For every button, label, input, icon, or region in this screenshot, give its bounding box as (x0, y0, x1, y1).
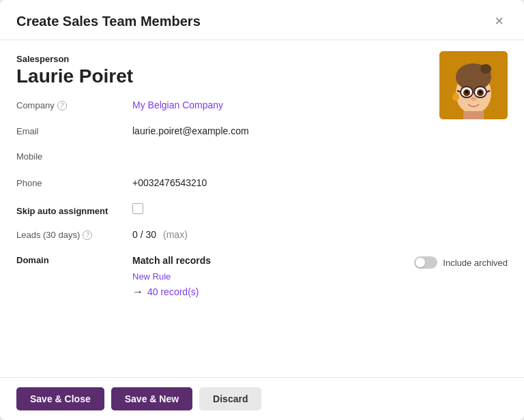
records-row: → 40 record(s) (132, 286, 387, 298)
toggle-knob (416, 258, 425, 267)
phone-row: Phone +0032476543210 (16, 177, 508, 196)
phone-label: Phone (16, 178, 132, 188)
salesperson-name: Laurie Poiret (16, 65, 508, 87)
skip-checkbox[interactable] (132, 203, 143, 214)
domain-match: Match all records (132, 255, 387, 266)
svg-point-14 (471, 97, 476, 101)
email-row: Email laurie.poiret@example.com (16, 125, 508, 145)
skip-row: Skip auto assignment (16, 203, 508, 222)
new-rule-link[interactable]: New Rule (132, 271, 171, 282)
domain-section: Domain Match all records New Rule → 40 r… (16, 255, 508, 298)
save-new-button[interactable]: Save & New (111, 387, 192, 410)
include-archived-container: Include archived (414, 256, 508, 269)
svg-rect-16 (463, 111, 484, 119)
svg-point-4 (480, 64, 491, 74)
leads-label: Leads (30 days) ? (16, 230, 132, 240)
salesperson-label: Salesperson (16, 54, 508, 64)
domain-label: Domain (16, 255, 132, 265)
mobile-label: Mobile (16, 151, 132, 162)
save-close-button[interactable]: Save & Close (16, 387, 104, 410)
modal-title: Create Sales Team Members (16, 14, 201, 29)
leads-help-icon[interactable]: ? (83, 230, 92, 240)
leads-row: Leads (30 days) ? 0 / 30 (max) (16, 229, 508, 248)
include-archived-label: Include archived (443, 258, 508, 268)
modal-header: Create Sales Team Members × (0, 0, 524, 40)
include-archived-toggle[interactable] (414, 256, 437, 269)
leads-max: (max) (163, 229, 188, 240)
avatar (439, 51, 508, 119)
discard-button[interactable]: Discard (199, 387, 261, 410)
modal-body: Salesperson Laurie Poiret Company ? My B… (0, 40, 524, 377)
modal: Create Sales Team Members × (0, 0, 524, 420)
company-label: Company ? (16, 100, 132, 110)
records-arrow-icon: → (132, 286, 143, 298)
leads-value: 0 / 30 (132, 229, 156, 240)
modal-footer: Save & Close Save & New Discard (0, 377, 524, 420)
email-label: Email (16, 126, 132, 136)
svg-point-10 (479, 91, 482, 93)
email-value: laurie.poiret@example.com (132, 125, 249, 136)
phone-value: +0032476543210 (132, 177, 207, 188)
svg-point-9 (465, 91, 468, 93)
svg-point-15 (452, 93, 459, 101)
skip-label: Skip auto assignment (16, 206, 132, 216)
company-value[interactable]: My Belgian Company (132, 100, 223, 110)
records-count[interactable]: 40 record(s) (147, 286, 199, 297)
company-row: Company ? My Belgian Company (16, 100, 508, 119)
domain-content: Match all records New Rule → 40 record(s… (132, 255, 387, 298)
mobile-row: Mobile (16, 151, 508, 170)
company-help-icon[interactable]: ? (57, 101, 67, 110)
close-button[interactable]: × (491, 12, 508, 30)
